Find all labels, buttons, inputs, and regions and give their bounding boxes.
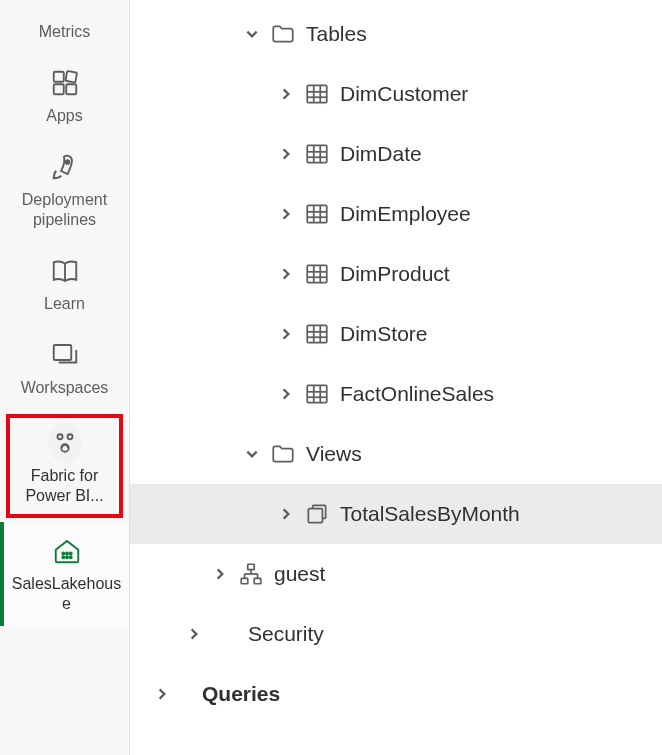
left-nav-sidebar: Metrics Apps Deployment pipelines Learn … [0,0,130,755]
table-icon [300,141,334,167]
svg-point-4 [65,160,69,164]
tree-table-item[interactable]: DimStore [130,304,662,364]
table-icon [300,201,334,227]
tree-view-item-selected[interactable]: TotalSalesByMonth [130,484,662,544]
folder-icon [266,21,300,47]
tree-table-item[interactable]: DimEmployee [130,184,662,244]
chevron-down-icon [238,27,266,41]
svg-point-13 [62,556,64,558]
tree-schema-guest[interactable]: guest [130,544,662,604]
chevron-right-icon [272,207,300,221]
node-label: Views [306,442,362,466]
rocket-icon [48,150,82,184]
node-label: DimCustomer [340,82,468,106]
table-icon [300,261,334,287]
svg-rect-47 [248,564,255,569]
nav-label: Fabric for Power BI... [12,466,117,506]
svg-rect-41 [307,385,327,402]
tree-table-item[interactable]: FactOnlineSales [130,364,662,424]
node-label: Security [248,622,324,646]
nav-item-saleslakehouse[interactable]: SalesLakehouse [0,522,129,626]
nav-item-workspaces[interactable]: Workspaces [0,326,129,410]
explorer-tree: Tables DimCustomer DimDate DimEmployee D… [130,0,662,755]
chevron-right-icon [272,387,300,401]
svg-rect-31 [307,265,327,282]
svg-point-12 [69,553,71,555]
nav-item-apps[interactable]: Apps [0,54,129,138]
chevron-right-icon [272,147,300,161]
tree-folder-tables[interactable]: Tables [130,4,662,64]
svg-point-8 [67,434,72,439]
svg-rect-26 [307,205,327,222]
node-label: Queries [202,682,280,706]
nav-label: Workspaces [21,378,109,398]
node-label: guest [274,562,325,586]
node-label: DimEmployee [340,202,471,226]
svg-rect-21 [307,145,327,162]
apps-icon [48,66,82,100]
lakehouse-icon [50,534,84,568]
chevron-right-icon [180,627,208,641]
node-label: DimProduct [340,262,450,286]
node-label: FactOnlineSales [340,382,494,406]
node-label: Tables [306,22,367,46]
svg-rect-46 [308,509,322,523]
nav-label: SalesLakehouse [10,574,123,614]
svg-rect-0 [53,72,63,82]
svg-rect-49 [254,578,261,583]
tree-table-item[interactable]: DimProduct [130,244,662,304]
svg-rect-3 [66,84,76,94]
svg-rect-1 [65,71,77,83]
chevron-right-icon [272,267,300,281]
svg-rect-2 [53,84,63,94]
svg-point-15 [69,556,71,558]
tree-table-item[interactable]: DimDate [130,124,662,184]
node-label: DimDate [340,142,422,166]
nav-label: Apps [46,106,82,126]
svg-point-14 [66,556,68,558]
table-icon [300,321,334,347]
svg-rect-6 [53,345,71,360]
chevron-right-icon [272,87,300,101]
table-icon [300,381,334,407]
nav-label: Deployment pipelines [6,190,123,230]
chevron-down-icon [238,447,266,461]
workspaces-icon [48,338,82,372]
nav-item-deployment-pipelines[interactable]: Deployment pipelines [0,138,129,242]
chevron-right-icon [148,687,176,701]
svg-point-11 [66,553,68,555]
tree-table-item[interactable]: DimCustomer [130,64,662,124]
svg-point-10 [62,553,64,555]
svg-rect-48 [241,578,248,583]
folder-icon [266,441,300,467]
node-label: DimStore [340,322,428,346]
nav-label: Metrics [39,22,91,42]
nav-item-learn[interactable]: Learn [0,242,129,326]
tree-folder-views[interactable]: Views [130,424,662,484]
chevron-right-icon [206,567,234,581]
view-icon [300,501,334,527]
fabric-icon [48,426,82,460]
node-label: TotalSalesByMonth [340,502,520,526]
schema-icon [234,561,268,587]
svg-rect-16 [307,85,327,102]
nav-item-fabric-power-bi[interactable]: Fabric for Power BI... [6,414,123,518]
nav-item-metrics[interactable]: Metrics [0,4,129,54]
table-icon [300,81,334,107]
chevron-right-icon [272,327,300,341]
svg-rect-36 [307,325,327,342]
tree-node-queries[interactable]: Queries [130,664,662,724]
tree-node-security[interactable]: Security [130,604,662,664]
svg-point-7 [57,434,62,439]
nav-label: Learn [44,294,85,314]
chevron-right-icon [272,507,300,521]
book-icon [48,254,82,288]
